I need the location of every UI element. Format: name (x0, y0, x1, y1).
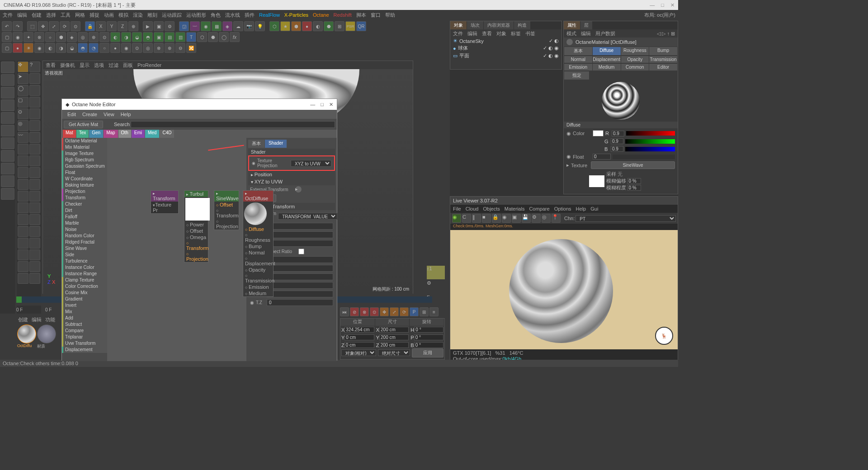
node-list-item[interactable]: Mix (62, 309, 107, 315)
grid6-icon[interactable] (29, 132, 40, 143)
menu-tools[interactable]: 工具 (61, 12, 71, 19)
size-z-input[interactable] (379, 342, 409, 348)
grid3-icon[interactable] (29, 97, 40, 108)
record-icon[interactable]: ● (13, 43, 23, 53)
tab-attributes[interactable]: 属性 (564, 21, 580, 29)
mat-menu-edit[interactable]: 编辑 (32, 316, 42, 324)
g9-icon[interactable] (18, 167, 28, 178)
menu-mesh[interactable]: 网格 (75, 12, 85, 19)
r-slider[interactable] (626, 131, 675, 136)
grid4-icon[interactable] (29, 108, 40, 119)
model-mode-icon[interactable] (1, 61, 14, 73)
node-list-item[interactable]: Checker (62, 201, 107, 207)
node-tab-emi[interactable]: Emi (132, 130, 145, 138)
object-octanesky[interactable]: ☀OctaneSky✓ ◐ (450, 38, 561, 44)
shader-tab-shader[interactable]: Shader (265, 140, 287, 148)
lv-menu-gui[interactable]: Gui (590, 206, 598, 212)
apply-button[interactable]: 应用 (412, 348, 444, 357)
vp-menu-options[interactable]: 选项 (94, 62, 104, 69)
undo-icon[interactable]: ↶ (2, 21, 12, 31)
node-tab-tex[interactable]: Tex (76, 130, 89, 138)
node-list-item[interactable]: Projection (62, 188, 107, 195)
ne-menu-create[interactable]: Create (82, 112, 97, 117)
obj-menu-view[interactable]: 查看 (482, 30, 492, 37)
goto-start-icon[interactable]: ⏮ (340, 307, 349, 316)
attr-tab-roughness[interactable]: Roughness (621, 47, 649, 55)
nurbs-icon[interactable]: ◉ (201, 21, 211, 31)
lv-reload-icon[interactable]: C (462, 214, 471, 223)
attr-tab-disp[interactable]: Displacement (593, 56, 621, 63)
node-transform[interactable]: ▸ Transform ▾Texture Pr (151, 190, 179, 214)
grid8-icon[interactable] (29, 155, 40, 166)
plugin2-icon[interactable]: ⬢ (291, 21, 301, 31)
sx-input[interactable] (267, 256, 333, 263)
menu-window[interactable]: 窗口 (371, 12, 381, 19)
sphere1-icon[interactable]: ○ (99, 43, 109, 53)
pos-z-input[interactable] (344, 342, 374, 348)
sz-input[interactable] (267, 273, 333, 280)
node-list-item[interactable]: Float (62, 169, 107, 176)
render-view-icon[interactable]: ▶ (143, 21, 153, 31)
grid1-icon[interactable] (29, 73, 40, 84)
mograph-icon[interactable]: ⬡ (269, 21, 279, 31)
select-icon[interactable]: ⬚ (27, 21, 37, 31)
tp6-icon[interactable]: ≡ (429, 307, 439, 316)
menu-file[interactable]: 文件 (3, 12, 13, 19)
g14-icon[interactable] (18, 226, 28, 237)
size-y-input[interactable] (379, 334, 409, 340)
lv-start-icon[interactable]: ◉ (452, 214, 461, 223)
vp-menu-prorender[interactable]: ProRender (137, 62, 161, 68)
node-list-item[interactable]: Noise (62, 226, 107, 233)
color-swatch[interactable] (593, 130, 604, 136)
attr-tab-bump[interactable]: Bump (649, 47, 677, 55)
spline-icon[interactable]: 〰 (190, 21, 200, 31)
node-list-item[interactable]: Clamp Texture (62, 277, 107, 283)
node-list-item[interactable]: Mix Material (62, 144, 107, 150)
tool7-icon[interactable]: ◈ (67, 32, 77, 42)
node-tab-oth[interactable]: Oth (118, 130, 131, 138)
grid11-icon[interactable] (29, 191, 40, 202)
node-graph-canvas[interactable]: ▸ Transform ▾Texture Pr ▸ Turbul ○ Power… (107, 138, 246, 361)
poly-mode-icon[interactable] (1, 125, 14, 136)
rot-b-input[interactable] (414, 342, 443, 348)
obj-menu-bookmarks[interactable]: 书签 (525, 30, 535, 37)
environment-icon[interactable]: ☁ (233, 21, 243, 31)
ne-close-icon[interactable]: ✕ (329, 102, 333, 108)
sy-input[interactable] (267, 265, 333, 272)
menu-edit[interactable]: 编辑 (17, 12, 27, 19)
node-list-item[interactable]: Subtract (62, 321, 107, 328)
node-turbulence[interactable]: ▸ Turbul ○ Power ○ Offset ○ Omega ○ Tran… (184, 190, 208, 263)
tex-projection-dropdown[interactable]: XYZ to UVW (291, 160, 331, 167)
lv-pin-icon[interactable]: 📍 (552, 214, 561, 223)
grid7-icon[interactable] (29, 144, 40, 155)
node-list-item[interactable]: Gaussian Spectrum (62, 163, 107, 169)
workplane-mode-icon[interactable] (1, 87, 14, 99)
lv-stop-icon[interactable]: ■ (482, 214, 491, 223)
node-tab-c4d[interactable]: C4D (160, 130, 174, 138)
node-list-item[interactable]: Compare (62, 328, 107, 334)
rotate-icon[interactable]: ⟳ (60, 21, 70, 31)
color-b-input[interactable] (611, 146, 623, 152)
menu-octane[interactable]: Octane (313, 12, 329, 18)
attr-tab-common[interactable]: Common (621, 64, 649, 70)
ext-transform-toggle[interactable]: ▸ (295, 186, 302, 193)
g8-icon[interactable] (18, 155, 28, 166)
node-list-item[interactable]: Gradient (62, 296, 107, 302)
texture-mode-icon[interactable] (1, 74, 14, 86)
lv-save-icon[interactable]: 💾 (522, 214, 531, 223)
lv-settings-icon[interactable]: ⚙ (532, 214, 541, 223)
camera-icon[interactable]: 📷 (244, 21, 254, 31)
tool1-icon[interactable]: ▢ (2, 32, 12, 42)
menu-simulate[interactable]: 模拟 (118, 12, 128, 19)
tool10-icon[interactable]: ⊙ (99, 32, 109, 42)
vp-menu-panel[interactable]: 面板 (123, 62, 133, 69)
vp-menu-filter[interactable]: 过滤 (108, 62, 118, 69)
attr-tab-emission[interactable]: Emission (564, 64, 592, 70)
grid9-icon[interactable] (29, 167, 40, 178)
color-r-input[interactable] (612, 131, 624, 136)
x-axis-icon[interactable]: X (96, 21, 106, 31)
attr-tab-opacity[interactable]: Opacity (621, 56, 649, 63)
obj-menu-file[interactable]: 文件 (453, 30, 463, 37)
g18-icon[interactable] (18, 273, 28, 284)
node-list-item[interactable]: Instance Range (62, 271, 107, 277)
